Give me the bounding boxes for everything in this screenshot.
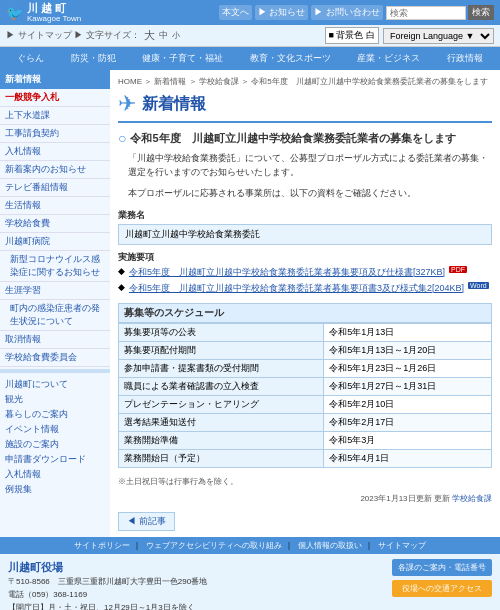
article-title: ○ 令和5年度 川越町立川越中学校給食業務委託業者の募集をします [118, 131, 492, 146]
footer-left: 川越町役場 〒510-8566 三重県三重郡川越町大字豊田一色290番地 電話（… [8, 559, 207, 610]
search-button[interactable]: 検索 [468, 5, 494, 20]
logo-text-block: 川 越 町 Kawagoe Town [27, 2, 81, 23]
table-row: 募集要項配付期間令和5年1月13日～1月20日 [119, 341, 492, 359]
content-area: HOME ＞ 新着情報 ＞ 学校給食課 ＞ 令和5年度 川越町立川越中学校給食業… [110, 70, 500, 537]
sidebar-item-kyushoku[interactable]: 学校給食費 [0, 215, 110, 233]
contrast-button[interactable]: ■ 背景色 白 [325, 27, 379, 44]
schedule-date-2: 令和5年1月23日～1月26日 [324, 359, 492, 377]
table-row: プレゼンテーション・ヒアリング令和5年2月10日 [119, 395, 492, 413]
sidebar-section-title: 新着情報 [0, 70, 110, 89]
schedule-label-1: 募集要項配付期間 [119, 341, 324, 359]
schedule-date-4: 令和5年2月10日 [324, 395, 492, 413]
fontsize-large[interactable]: 大 [144, 28, 155, 43]
footer-link-accessibility[interactable]: ウェブアクセシビリティへの取り組み [146, 541, 282, 550]
date-text: 2023年1月13日更新 [360, 494, 431, 503]
town-name: 川 越 町 [27, 2, 81, 14]
section-label-impl: 実施要項 [118, 251, 492, 264]
nav-sangyo[interactable]: 産業・ビジネス [353, 50, 424, 67]
sidebar-item-seikatsu[interactable]: 生活情報 [0, 197, 110, 215]
impl-docs: ◆ 令和5年度 川越町立川越中学校給食業務委託業者募集要項及び仕様書[327KB… [118, 266, 492, 295]
sidebar-about[interactable]: 川越町について [5, 377, 105, 392]
footer-btn-access[interactable]: 役場への交通アクセス [392, 580, 492, 597]
section-label-gyomu: 業務名 [118, 209, 492, 222]
footer-hours: 【開庁日】月・土・祝日、12月29日～1月3日を除く [8, 602, 207, 610]
sidebar-item-koji[interactable]: 工事請負契約 [0, 125, 110, 143]
footer-link-policy[interactable]: サイトポリシー [74, 541, 130, 550]
logo-icon: 🐦 [6, 5, 23, 21]
town-name-en: Kawagoe Town [27, 14, 81, 23]
top-nav-honbun[interactable]: 本文へ [219, 5, 252, 20]
sidebar-item-jyogesui[interactable]: 上下水道課 [0, 107, 110, 125]
sitemap-label: ▶ サイトマップ ▶ 文字サイズ： [6, 29, 140, 42]
pdf-icon-1: PDF [449, 266, 467, 273]
footer-link-sitemap[interactable]: サイトマップ [378, 541, 426, 550]
footer-org-name: 川越町役場 [8, 559, 207, 577]
schedule-label-3: 職員による業者確認書の立入検査 [119, 377, 324, 395]
prev-article-button[interactable]: ◀ 前記事 [118, 512, 175, 531]
footer-right: 各課のご案内・電話番号 役場への交通アクセス [392, 559, 492, 597]
util-right: ■ 背景色 白 Foreign Language ▼ [325, 27, 494, 44]
main-content: 新着情報 一般競争入札 上下水道課 工事請負契約 入札情報 新着案内のお知らせ … [0, 70, 500, 537]
search-box: 検索 [386, 5, 494, 20]
fontsize-small[interactable]: 小 [172, 30, 180, 41]
logo-area: 🐦 川 越 町 Kawagoe Town [6, 2, 81, 23]
sidebar-section-shinchaku: 新着情報 一般競争入札 上下水道課 工事請負契約 入札情報 新着案内のお知らせ … [0, 70, 110, 367]
schedule-label-5: 選考結果通知送付 [119, 413, 324, 431]
sidebar-item-iinkai[interactable]: 学校給食費委員会 [0, 349, 110, 367]
nav-guran[interactable]: ぐらん [13, 50, 48, 67]
article-body1: 「川越中学校給食業務委託」について、公募型プロポーザル方式による委託業者の募集・… [118, 152, 492, 179]
footer-links: サイトポリシー｜ ウェブアクセシビリティへの取り組み｜ 個人情報の取扱い｜ サイ… [0, 537, 500, 554]
doc-item-2: ◆ 令和5年度 川越町立川越中学校給食業務委託業者募集要項書3及び様式集2[20… [118, 282, 492, 295]
news-header-title: 新着情報 [142, 94, 206, 115]
sidebar-item-shogai[interactable]: 生涯学習 [0, 282, 110, 300]
footer-info: 川越町役場 〒510-8566 三重県三重郡川越町大字豊田一色290番地 電話（… [0, 554, 500, 610]
fontsize-medium[interactable]: 中 [159, 29, 168, 42]
nav-kenko[interactable]: 健康・子育て・福祉 [138, 50, 227, 67]
sidebar-nyusatsu3[interactable]: 入札情報 [5, 467, 105, 482]
nav-bousai[interactable]: 防災・防犯 [67, 50, 120, 67]
sidebar-reiki[interactable]: 例規集 [5, 482, 105, 497]
date-info: 2023年1月13日更新 更新 学校給食課 [118, 493, 492, 504]
breadcrumb: HOME ＞ 新着情報 ＞ 学校給食課 ＞ 令和5年度 川越町立川越中学校給食業… [118, 76, 492, 87]
bullet-doc2: ◆ [118, 282, 125, 292]
sidebar-item-shinchaku[interactable]: 新着案内のお知らせ [0, 161, 110, 179]
utility-bar: ▶ サイトマップ ▶ 文字サイズ： 大 中 小 ■ 背景色 白 Foreign … [0, 25, 500, 47]
sidebar-item-nyusatsu[interactable]: 一般競争入札 [0, 89, 110, 107]
table-row: 業務開始準備令和5年3月 [119, 431, 492, 449]
date-link[interactable]: 学校給食課 [452, 494, 492, 503]
news-header-icon: ✈ [118, 91, 136, 117]
footer-link-privacy[interactable]: 個人情報の取扱い [298, 541, 362, 550]
schedule-label-0: 募集要項等の公表 [119, 323, 324, 341]
table-row: 募集要項等の公表令和5年1月13日 [119, 323, 492, 341]
sidebar-item-tv[interactable]: テレビ番組情報 [0, 179, 110, 197]
schedule-date-1: 令和5年1月13日～1月20日 [324, 341, 492, 359]
footer-btn-tel[interactable]: 各課のご案内・電話番号 [392, 559, 492, 576]
sidebar-item-hospital[interactable]: 川越町病院 [0, 233, 110, 251]
top-nav-oshirase[interactable]: ▶ お知らせ [255, 5, 309, 20]
sidebar-shinsei[interactable]: 申請書ダウンロード [5, 452, 105, 467]
sidebar-item-nyusatsu2[interactable]: 入札情報 [0, 143, 110, 161]
top-nav: 本文へ ▶ お知らせ ▶ お問い合わせ 検索 [219, 5, 494, 20]
top-nav-toiawase[interactable]: ▶ お問い合わせ [311, 5, 383, 20]
doc-link-1[interactable]: 令和5年度 川越町立川越中学校給食業務委託業者募集要項及び仕様書[327KB] [129, 266, 445, 279]
schedule-date-7: 令和5年4月1日 [324, 449, 492, 467]
sidebar-kurashi[interactable]: 暮らしのご案内 [5, 407, 105, 422]
schedule-label-2: 参加申請書・提案書類の受付期間 [119, 359, 324, 377]
schedule-title: 募集等のスケジュール [118, 303, 492, 323]
sidebar-bottom: 川越町について 観光 暮らしのご案内 イベント情報 施設のご案内 申請書ダウンロ… [0, 373, 110, 501]
sidebar-kanko[interactable]: 観光 [5, 392, 105, 407]
nav-gyosei[interactable]: 行政情報 [443, 50, 487, 67]
sidebar-item-torikeshi[interactable]: 取消情報 [0, 331, 110, 349]
article-title-text: 令和5年度 川越町立川越中学校給食業務委託業者の募集をします [130, 131, 455, 146]
nav-kyoiku[interactable]: 教育・文化スポーツ [246, 50, 335, 67]
bullet-icon: ○ [118, 131, 126, 145]
sidebar: 新着情報 一般競争入札 上下水道課 工事請負契約 入札情報 新着案内のお知らせ … [0, 70, 110, 537]
doc-link-2[interactable]: 令和5年度 川越町立川越中学校給食業務委託業者募集要項書3及び様式集2[204K… [129, 282, 464, 295]
sidebar-event[interactable]: イベント情報 [5, 422, 105, 437]
sidebar-shisetsu[interactable]: 施設のご案内 [5, 437, 105, 452]
sidebar-item-corona[interactable]: 新型コロナウイルス感染症に関するお知らせ [0, 251, 110, 282]
schedule-date-0: 令和5年1月13日 [324, 323, 492, 341]
sidebar-item-kansen[interactable]: 町内の感染症患者の発生状況について [0, 300, 110, 331]
search-input[interactable] [386, 6, 466, 20]
language-select[interactable]: Foreign Language ▼ [383, 28, 494, 44]
